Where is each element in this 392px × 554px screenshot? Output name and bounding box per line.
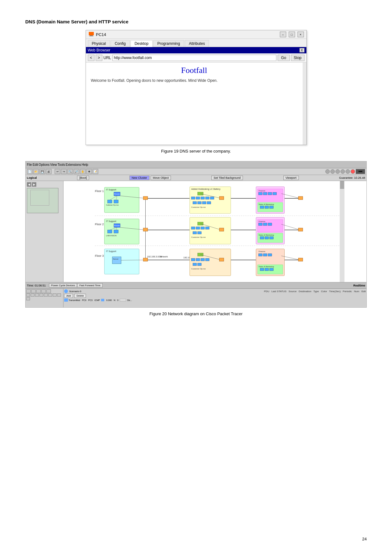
svg-rect-113 <box>260 268 264 271</box>
svg-text:Floor 3: Floor 3 <box>95 254 104 257</box>
tabs-bar: Physical Config Desktop Programming Attr… <box>86 39 306 47</box>
icon-move[interactable]: ✥ <box>86 169 92 174</box>
nav-left[interactable]: ◀ <box>27 182 31 187</box>
svg-text:Customer Op-mz: Customer Op-mz <box>191 268 206 270</box>
draw-icon-4[interactable] <box>39 293 43 297</box>
cisco-top-buttons: Logical [Boot] New Cluster Move Object S… <box>26 175 366 181</box>
svg-rect-123 <box>143 258 148 261</box>
svg-rect-119 <box>299 196 303 200</box>
menu-tools[interactable]: Tools <box>57 163 65 166</box>
menu-extensions[interactable]: Extensions <box>66 163 81 166</box>
new-cluster-button[interactable]: New Cluster <box>130 176 149 180</box>
draw-icon-7[interactable] <box>53 293 57 297</box>
svg-rect-51 <box>265 206 269 208</box>
svg-text:Floor 2: Floor 2 <box>95 223 104 226</box>
icon-rt2[interactable] <box>330 169 335 174</box>
scenario-label: Scenario 0 <box>69 290 81 293</box>
svg-rect-127 <box>340 181 344 189</box>
power-cycle-button[interactable]: Power Cycle Devices <box>49 283 77 287</box>
menu-edit[interactable]: Edit <box>33 163 38 166</box>
move-object-button[interactable]: Move Object <box>151 176 171 180</box>
icon-new[interactable]: 📄 <box>27 169 33 174</box>
icon-hand[interactable]: ✋ <box>80 169 86 174</box>
icon-undo[interactable]: ↩ <box>55 169 60 174</box>
cisco-network-canvas[interactable]: Floor 1 Floor 2 Floor 3 IT Support <box>63 181 366 282</box>
svg-text:Floor 1: Floor 1 <box>95 190 104 193</box>
nav-right[interactable]: ▶ <box>32 182 36 187</box>
close-button[interactable]: × <box>298 32 304 37</box>
cisco-left-panel: ◀ ▶ <box>26 181 63 282</box>
browser-close-button[interactable]: X <box>299 48 305 52</box>
network-topology-svg: Floor 1 Floor 2 Floor 3 IT Support <box>63 181 366 282</box>
icon-print[interactable]: 🖨 <box>46 169 51 174</box>
tool-icon-1[interactable] <box>26 289 31 293</box>
set-tiled-bg-button[interactable]: Set Tiled Background <box>211 176 243 180</box>
time-label: Time: 01:06:51 <box>27 284 46 287</box>
menu-help[interactable]: Help <box>82 163 88 166</box>
menu-view[interactable]: View <box>50 163 57 166</box>
icon-redo[interactable]: ↪ <box>61 169 67 174</box>
svg-text:Customer Op-mz: Customer Op-mz <box>191 236 206 238</box>
icon-rt4[interactable] <box>341 169 345 174</box>
draw-icon-5[interactable] <box>44 293 48 297</box>
minimize-button[interactable]: – <box>280 32 286 37</box>
icon-note[interactable]: 📝 <box>93 169 98 174</box>
tab-attributes[interactable]: Attributes <box>185 40 209 47</box>
svg-rect-36 <box>198 202 202 204</box>
tool-icon-4[interactable] <box>41 289 46 293</box>
draw-icon-6[interactable] <box>48 293 52 297</box>
draw-icon-8[interactable] <box>57 293 61 297</box>
menu-options[interactable]: Options <box>39 163 49 166</box>
svg-rect-70 <box>193 232 197 234</box>
viewport-button[interactable]: Viewport <box>283 176 299 180</box>
icon-stop-sim[interactable]: ■■■ <box>356 169 365 174</box>
delete-button[interactable]: Delete <box>74 294 86 298</box>
svg-rect-59 <box>114 230 118 233</box>
icon-rt1[interactable] <box>325 169 330 174</box>
tab-desktop[interactable]: Desktop <box>130 40 153 47</box>
icon-zoom-in[interactable]: 🔍 <box>67 169 73 174</box>
svg-rect-77 <box>259 223 262 226</box>
icon-open[interactable]: 📂 <box>33 169 39 174</box>
add-button[interactable]: Add <box>64 294 73 298</box>
icon-save[interactable]: 💾 <box>39 169 45 174</box>
tab-config[interactable]: Config <box>111 40 130 47</box>
icon-rt3[interactable] <box>335 169 340 174</box>
icon-sep1 <box>52 169 54 174</box>
tool-icon-2[interactable] <box>31 289 36 293</box>
realtime-label: Realtime <box>353 284 365 287</box>
window-controls: – □ × <box>280 32 304 37</box>
menu-file[interactable]: File <box>27 163 32 166</box>
icon-rt6[interactable] <box>351 169 355 174</box>
fast-forward-button[interactable]: Fast Forward Time <box>77 283 103 287</box>
draw-icon-1[interactable] <box>26 293 30 297</box>
tool-icon-5[interactable] <box>46 289 51 293</box>
draw-icon-2[interactable] <box>31 293 34 297</box>
svg-rect-30 <box>191 197 195 199</box>
back-button[interactable]: < <box>88 55 94 61</box>
icon-rt5[interactable] <box>346 169 350 174</box>
draw-icon-9[interactable] <box>26 297 30 300</box>
tab-programming[interactable]: Programming <box>153 40 184 47</box>
tab-physical[interactable]: Physical <box>88 40 110 47</box>
tool-icon-3[interactable] <box>36 289 41 293</box>
svg-rect-38 <box>207 202 211 204</box>
icon-zoom-out[interactable]: 🔎 <box>74 169 79 174</box>
maximize-button[interactable]: □ <box>289 32 295 37</box>
boot-button[interactable]: [Boot] <box>77 176 89 180</box>
left-panel-label: ◀ ▶ <box>27 182 62 213</box>
page-number: 24 <box>362 537 367 541</box>
svg-rect-27 <box>190 187 231 214</box>
svg-text:Router: Router <box>114 225 120 226</box>
row-edit[interactable] <box>120 299 126 301</box>
stop-button[interactable]: Stop <box>291 55 305 61</box>
svg-text:IT Support: IT Support <box>106 189 117 191</box>
forward-button[interactable]: > <box>96 55 102 61</box>
svg-rect-52 <box>270 206 274 208</box>
svg-rect-110 <box>268 254 272 256</box>
cisco-icons-bar: 📄 📂 💾 🖨 ↩ ↪ 🔍 🔎 ✋ ✥ 📝 ■■■ <box>26 168 366 175</box>
url-input[interactable] <box>112 55 276 61</box>
draw-icon-3[interactable] <box>35 293 39 297</box>
pc-icon <box>88 32 94 37</box>
go-button[interactable]: Go <box>278 55 290 61</box>
